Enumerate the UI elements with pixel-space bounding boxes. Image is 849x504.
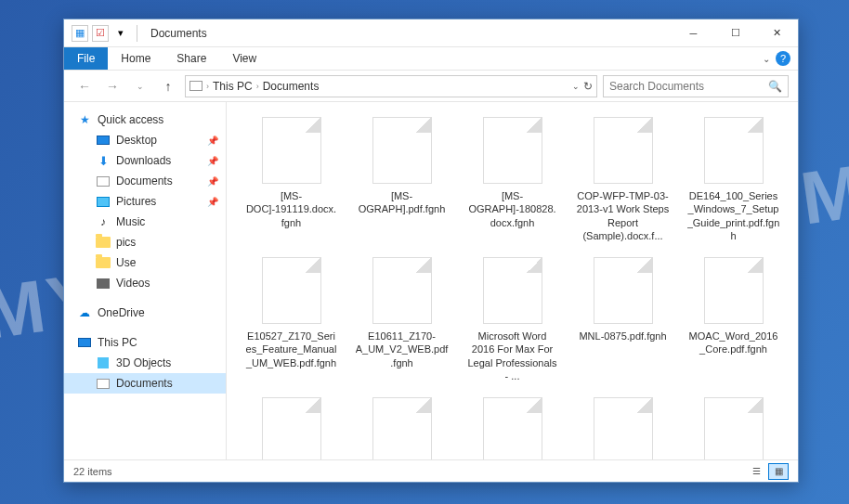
file-item[interactable]: E10611_Z170-A_UM_V2_WEB.pdf.fgnh: [348, 253, 455, 386]
file-item[interactable]: MNL-0875.pdf.fgnh: [569, 253, 676, 386]
statusbar: 22 items ☰ ▦: [64, 459, 798, 482]
view-details-button[interactable]: ☰: [746, 463, 766, 480]
refresh-icon[interactable]: ↻: [583, 80, 593, 93]
file-item[interactable]: [569, 394, 676, 459]
breadcrumb-sep-icon: ›: [206, 82, 209, 91]
file-item[interactable]: MOAC_Word_2016_Core.pdf.fgnh: [680, 253, 787, 386]
sidebar-label: Use: [116, 256, 136, 269]
pin-icon: 📌: [207, 197, 218, 207]
sidebar-label: Documents: [116, 174, 173, 187]
up-button[interactable]: ↑: [157, 75, 179, 97]
file-name: DE164_100_Series_Windows_7_Setup_Guide_p…: [687, 189, 780, 242]
content-area[interactable]: [MS-DOC]-191119.docx.fgnh[MS-OGRAPH].pdf…: [227, 102, 798, 459]
view-icons-button[interactable]: ▦: [768, 463, 789, 480]
music-icon: ♪: [96, 214, 111, 229]
folder-icon: [189, 81, 202, 91]
file-icon: [372, 117, 432, 184]
sidebar-item-documents[interactable]: Documents 📌: [64, 171, 226, 191]
explorer-window: ▦ ☑ ▾ Documents ─ ☐ ✕ File Home Share Vi…: [63, 19, 799, 483]
ribbon: File Home Share View ⌄ ?: [64, 47, 798, 71]
address-dropdown-icon[interactable]: ⌄: [572, 82, 580, 91]
sidebar-item-desktop[interactable]: Desktop 📌: [64, 130, 226, 150]
sidebar-label: Desktop: [116, 134, 157, 147]
address-bar[interactable]: › This PC › Documents ⌄ ↻: [185, 75, 597, 97]
sidebar-item-use[interactable]: Use: [64, 252, 226, 273]
sidebar-item-3d-objects[interactable]: 3D Objects: [64, 353, 226, 373]
file-item[interactable]: [680, 394, 787, 459]
file-item[interactable]: [348, 394, 455, 459]
back-button[interactable]: ←: [73, 75, 96, 97]
navbar: ← → ⌄ ↑ › This PC › Documents ⌄ ↻ 🔍: [64, 71, 798, 102]
close-button[interactable]: ✕: [756, 19, 798, 46]
recent-dropdown-icon[interactable]: ⌄: [129, 75, 151, 97]
tab-home[interactable]: Home: [108, 47, 163, 70]
sidebar-item-quick-access[interactable]: ★ Quick access: [64, 110, 226, 130]
sidebar-item-onedrive[interactable]: ☁ OneDrive: [64, 303, 226, 323]
sidebar-label: OneDrive: [98, 306, 145, 319]
file-item[interactable]: Microsoft Word 2016 For Max For Legal Pr…: [459, 253, 566, 386]
minimize-button[interactable]: ─: [673, 19, 714, 46]
file-item[interactable]: [459, 394, 566, 459]
file-name: MNL-0875.pdf.fgnh: [579, 330, 666, 342]
file-icon: [483, 117, 542, 184]
sidebar-label: 3D Objects: [116, 356, 171, 369]
videos-icon: [96, 276, 111, 291]
file-name: Microsoft Word 2016 For Max For Legal Pr…: [466, 330, 559, 382]
search-icon[interactable]: 🔍: [768, 80, 782, 93]
sidebar: ★ Quick access Desktop 📌 ⬇ Downloads 📌 D…: [64, 102, 227, 459]
search-input[interactable]: [609, 80, 768, 93]
tab-share[interactable]: Share: [163, 47, 219, 70]
documents-icon: [96, 376, 111, 391]
help-icon[interactable]: ?: [776, 51, 790, 66]
file-name: E10611_Z170-A_UM_V2_WEB.pdf.fgnh: [356, 330, 449, 369]
sidebar-item-music[interactable]: ♪ Music: [64, 212, 226, 232]
sidebar-label: Videos: [116, 277, 150, 290]
file-icon: [262, 397, 321, 459]
sidebar-item-documents-pc[interactable]: Documents: [64, 373, 226, 394]
file-icon: [594, 117, 653, 184]
sidebar-item-downloads[interactable]: ⬇ Downloads 📌: [64, 150, 226, 171]
forward-button[interactable]: →: [101, 75, 124, 97]
downloads-icon: ⬇: [96, 153, 111, 168]
file-name: [MS-DOC]-191119.docx.fgnh: [245, 189, 338, 229]
sidebar-label: Downloads: [116, 154, 171, 167]
file-icon: [372, 397, 432, 459]
file-icon: [262, 117, 321, 184]
folder-icon: [96, 255, 111, 270]
onedrive-icon: ☁: [77, 305, 92, 320]
qat-new-icon[interactable]: ☑: [92, 25, 109, 42]
file-icon: [704, 257, 764, 324]
file-name: [MS-OGRAPH].pdf.fgnh: [356, 189, 449, 216]
breadcrumb-current[interactable]: Documents: [263, 80, 320, 93]
file-item[interactable]: [MS-OGRAPH].pdf.fgnh: [348, 113, 455, 246]
tab-file[interactable]: File: [64, 47, 108, 70]
file-item[interactable]: [MS-OGRAPH]-180828.docx.fgnh: [459, 113, 566, 246]
tab-view[interactable]: View: [219, 47, 269, 70]
qat-properties-icon[interactable]: ▦: [72, 25, 88, 42]
file-icon: [483, 257, 542, 324]
file-item[interactable]: DE164_100_Series_Windows_7_Setup_Guide_p…: [680, 113, 787, 246]
folder-icon: [96, 235, 111, 250]
sidebar-item-pics[interactable]: pics: [64, 232, 226, 252]
file-icon: [704, 397, 764, 459]
search-box[interactable]: 🔍: [603, 75, 789, 97]
file-item[interactable]: E10527_Z170_Series_Feature_Manual_UM_WEB…: [238, 253, 345, 386]
sidebar-item-pictures[interactable]: Pictures 📌: [64, 191, 226, 212]
breadcrumb-root[interactable]: This PC: [213, 80, 253, 93]
pc-icon: [77, 335, 92, 350]
sidebar-item-videos[interactable]: Videos: [64, 273, 226, 293]
file-icon: [594, 257, 653, 324]
ribbon-expand-icon[interactable]: ⌄: [763, 54, 770, 64]
file-item[interactable]: [MS-DOC]-191119.docx.fgnh: [238, 113, 345, 246]
objects-3d-icon: [96, 355, 111, 370]
file-icon: [372, 257, 432, 324]
file-item[interactable]: [238, 394, 345, 459]
sidebar-item-this-pc[interactable]: This PC: [64, 332, 226, 353]
file-item[interactable]: COP-WFP-TMP-03-2013-v1 Work Steps Report…: [569, 113, 676, 246]
file-name: E10527_Z170_Series_Feature_Manual_UM_WEB…: [245, 330, 338, 369]
maximize-button[interactable]: ☐: [714, 19, 756, 46]
file-icon: [594, 397, 653, 459]
desktop-icon: [96, 133, 111, 148]
file-name: MOAC_Word_2016_Core.pdf.fgnh: [687, 330, 780, 356]
qat-dropdown-icon[interactable]: ▾: [112, 25, 129, 42]
